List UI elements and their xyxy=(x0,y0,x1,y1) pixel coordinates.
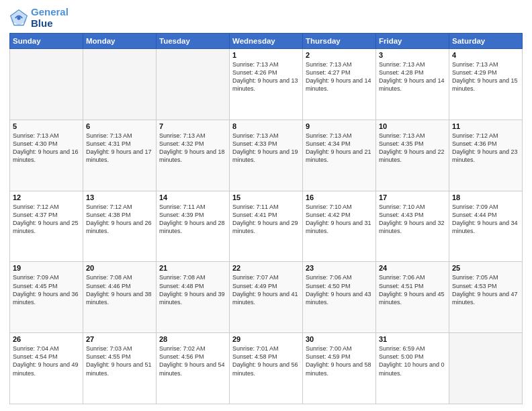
day-number: 11 xyxy=(452,122,519,130)
calendar-cell-5: 5Sunrise: 7:13 AM Sunset: 4:30 PM Daylig… xyxy=(10,120,83,191)
day-number: 12 xyxy=(13,193,80,201)
day-info: Sunrise: 7:09 AM Sunset: 4:45 PM Dayligh… xyxy=(13,273,80,306)
calendar-table: SundayMondayTuesdayWednesdayThursdayFrid… xyxy=(9,33,523,404)
day-info: Sunrise: 7:06 AM Sunset: 4:50 PM Dayligh… xyxy=(306,273,373,306)
calendar-cell-9: 9Sunrise: 7:13 AM Sunset: 4:34 PM Daylig… xyxy=(303,120,376,191)
day-number: 20 xyxy=(86,264,153,272)
logo: General Blue xyxy=(9,7,69,29)
calendar-cell-16: 16Sunrise: 7:10 AM Sunset: 4:42 PM Dayli… xyxy=(303,191,376,262)
day-info: Sunrise: 7:01 AM Sunset: 4:58 PM Dayligh… xyxy=(232,345,300,377)
calendar-cell-3: 3Sunrise: 7:13 AM Sunset: 4:28 PM Daylig… xyxy=(376,49,449,120)
day-info: Sunrise: 7:08 AM Sunset: 4:48 PM Dayligh… xyxy=(159,273,226,306)
calendar-week-1: 1Sunrise: 7:13 AM Sunset: 4:26 PM Daylig… xyxy=(10,49,523,120)
day-info: Sunrise: 7:13 AM Sunset: 4:34 PM Dayligh… xyxy=(306,132,373,165)
day-number: 24 xyxy=(379,264,446,272)
day-info: Sunrise: 7:13 AM Sunset: 4:31 PM Dayligh… xyxy=(86,132,153,165)
day-number: 30 xyxy=(306,335,373,343)
day-info: Sunrise: 7:12 AM Sunset: 4:38 PM Dayligh… xyxy=(86,203,153,236)
calendar-cell-20: 20Sunrise: 7:08 AM Sunset: 4:46 PM Dayli… xyxy=(83,262,157,333)
day-info: Sunrise: 7:09 AM Sunset: 4:44 PM Dayligh… xyxy=(452,203,519,236)
day-info: Sunrise: 7:13 AM Sunset: 4:29 PM Dayligh… xyxy=(452,60,519,93)
day-info: Sunrise: 7:04 AM Sunset: 4:54 PM Dayligh… xyxy=(13,345,80,377)
calendar-cell-4: 4Sunrise: 7:13 AM Sunset: 4:29 PM Daylig… xyxy=(449,49,523,120)
calendar-header-wednesday: Wednesday xyxy=(230,34,303,49)
svg-point-2 xyxy=(17,16,20,19)
calendar-cell-22: 22Sunrise: 7:07 AM Sunset: 4:49 PM Dayli… xyxy=(230,262,303,333)
logo-text: General Blue xyxy=(31,7,69,29)
calendar-cell-14: 14Sunrise: 7:11 AM Sunset: 4:39 PM Dayli… xyxy=(157,191,230,262)
calendar-cell-empty-0-2 xyxy=(157,49,230,120)
day-number: 7 xyxy=(159,122,226,130)
day-number: 23 xyxy=(306,264,373,272)
day-info: Sunrise: 7:00 AM Sunset: 4:59 PM Dayligh… xyxy=(306,345,373,377)
day-number: 22 xyxy=(232,264,300,272)
day-info: Sunrise: 7:13 AM Sunset: 4:30 PM Dayligh… xyxy=(13,132,80,165)
calendar-header-row: SundayMondayTuesdayWednesdayThursdayFrid… xyxy=(10,34,523,49)
day-info: Sunrise: 7:11 AM Sunset: 4:41 PM Dayligh… xyxy=(232,203,300,236)
calendar-cell-28: 28Sunrise: 7:02 AM Sunset: 4:56 PM Dayli… xyxy=(157,333,230,404)
day-info: Sunrise: 7:13 AM Sunset: 4:27 PM Dayligh… xyxy=(306,60,373,93)
day-info: Sunrise: 7:13 AM Sunset: 4:26 PM Dayligh… xyxy=(232,60,300,93)
day-info: Sunrise: 7:08 AM Sunset: 4:46 PM Dayligh… xyxy=(86,273,153,306)
day-info: Sunrise: 7:11 AM Sunset: 4:39 PM Dayligh… xyxy=(159,203,226,236)
day-number: 27 xyxy=(86,335,153,343)
day-info: Sunrise: 7:13 AM Sunset: 4:33 PM Dayligh… xyxy=(232,132,300,165)
calendar-cell-29: 29Sunrise: 7:01 AM Sunset: 4:58 PM Dayli… xyxy=(230,333,303,404)
calendar-cell-13: 13Sunrise: 7:12 AM Sunset: 4:38 PM Dayli… xyxy=(83,191,157,262)
day-info: Sunrise: 7:05 AM Sunset: 4:53 PM Dayligh… xyxy=(452,273,519,306)
calendar-cell-2: 2Sunrise: 7:13 AM Sunset: 4:27 PM Daylig… xyxy=(303,49,376,120)
day-number: 16 xyxy=(306,193,373,201)
calendar-cell-30: 30Sunrise: 7:00 AM Sunset: 4:59 PM Dayli… xyxy=(303,333,376,404)
day-info: Sunrise: 7:12 AM Sunset: 4:37 PM Dayligh… xyxy=(13,203,80,236)
calendar-week-2: 5Sunrise: 7:13 AM Sunset: 4:30 PM Daylig… xyxy=(10,120,523,191)
day-info: Sunrise: 7:06 AM Sunset: 4:51 PM Dayligh… xyxy=(379,273,446,306)
calendar-header-monday: Monday xyxy=(83,34,157,49)
calendar-cell-27: 27Sunrise: 7:03 AM Sunset: 4:55 PM Dayli… xyxy=(83,333,157,404)
day-number: 15 xyxy=(232,193,300,201)
calendar-cell-24: 24Sunrise: 7:06 AM Sunset: 4:51 PM Dayli… xyxy=(376,262,449,333)
day-number: 31 xyxy=(379,335,446,343)
calendar-cell-19: 19Sunrise: 7:09 AM Sunset: 4:45 PM Dayli… xyxy=(10,262,83,333)
calendar-cell-23: 23Sunrise: 7:06 AM Sunset: 4:50 PM Dayli… xyxy=(303,262,376,333)
calendar-header-saturday: Saturday xyxy=(449,34,523,49)
calendar-header-tuesday: Tuesday xyxy=(157,34,230,49)
day-info: Sunrise: 6:59 AM Sunset: 5:00 PM Dayligh… xyxy=(379,345,446,377)
calendar-cell-empty-0-1 xyxy=(83,49,157,120)
day-info: Sunrise: 7:13 AM Sunset: 4:28 PM Dayligh… xyxy=(379,60,446,93)
calendar-cell-26: 26Sunrise: 7:04 AM Sunset: 4:54 PM Dayli… xyxy=(10,333,83,404)
calendar-header-thursday: Thursday xyxy=(303,34,376,49)
calendar-cell-11: 11Sunrise: 7:12 AM Sunset: 4:36 PM Dayli… xyxy=(449,120,523,191)
day-number: 17 xyxy=(379,193,446,201)
day-info: Sunrise: 7:12 AM Sunset: 4:36 PM Dayligh… xyxy=(452,132,519,165)
day-info: Sunrise: 7:03 AM Sunset: 4:55 PM Dayligh… xyxy=(86,345,153,377)
day-number: 26 xyxy=(13,335,80,343)
day-info: Sunrise: 7:13 AM Sunset: 4:35 PM Dayligh… xyxy=(379,132,446,165)
day-info: Sunrise: 7:07 AM Sunset: 4:49 PM Dayligh… xyxy=(232,273,300,306)
calendar-cell-21: 21Sunrise: 7:08 AM Sunset: 4:48 PM Dayli… xyxy=(157,262,230,333)
calendar-cell-6: 6Sunrise: 7:13 AM Sunset: 4:31 PM Daylig… xyxy=(83,120,157,191)
header: General Blue xyxy=(9,7,523,29)
calendar-week-4: 19Sunrise: 7:09 AM Sunset: 4:45 PM Dayli… xyxy=(10,262,523,333)
calendar-week-5: 26Sunrise: 7:04 AM Sunset: 4:54 PM Dayli… xyxy=(10,333,523,404)
calendar-cell-15: 15Sunrise: 7:11 AM Sunset: 4:41 PM Dayli… xyxy=(230,191,303,262)
day-number: 10 xyxy=(379,122,446,130)
day-number: 13 xyxy=(86,193,153,201)
calendar-cell-1: 1Sunrise: 7:13 AM Sunset: 4:26 PM Daylig… xyxy=(230,49,303,120)
calendar-cell-25: 25Sunrise: 7:05 AM Sunset: 4:53 PM Dayli… xyxy=(449,262,523,333)
day-number: 14 xyxy=(159,193,226,201)
logo-icon xyxy=(9,9,28,28)
day-number: 19 xyxy=(13,264,80,272)
day-number: 21 xyxy=(159,264,226,272)
day-number: 1 xyxy=(232,51,300,59)
day-number: 4 xyxy=(452,51,519,59)
calendar-header-sunday: Sunday xyxy=(10,34,83,49)
day-number: 5 xyxy=(13,122,80,130)
calendar-cell-7: 7Sunrise: 7:13 AM Sunset: 4:32 PM Daylig… xyxy=(157,120,230,191)
day-number: 28 xyxy=(159,335,226,343)
day-info: Sunrise: 7:10 AM Sunset: 4:42 PM Dayligh… xyxy=(306,203,373,236)
page: General Blue SundayMondayTuesdayWednesda… xyxy=(0,0,532,411)
day-info: Sunrise: 7:10 AM Sunset: 4:43 PM Dayligh… xyxy=(379,203,446,236)
calendar-cell-18: 18Sunrise: 7:09 AM Sunset: 4:44 PM Dayli… xyxy=(449,191,523,262)
day-number: 3 xyxy=(379,51,446,59)
day-number: 9 xyxy=(306,122,373,130)
